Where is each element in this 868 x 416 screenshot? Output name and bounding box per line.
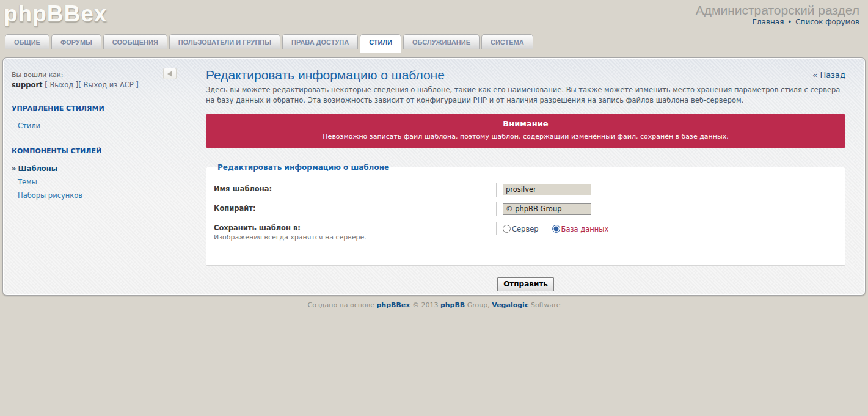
sidebar-item-styles[interactable]: Стили (18, 122, 40, 130)
active-item-marker: » (12, 164, 16, 173)
footer-text: © 2013 (410, 301, 440, 309)
tab-system[interactable]: СИСТЕМА (481, 34, 533, 49)
template-name-label: Имя шаблона: (214, 184, 496, 193)
sidebar-item: »Шаблоны (12, 162, 173, 175)
phpbbex-link[interactable]: phpBBex (377, 301, 410, 309)
form-row-store-template: Сохранить шаблон в: Изображения всегда х… (214, 222, 837, 241)
logout-link[interactable]: [ Выход ] (45, 81, 78, 89)
sidebar-item: Темы (12, 175, 173, 189)
tab-general[interactable]: ОБЩИЕ (5, 34, 49, 49)
acp-page: phpBBex Администраторский раздел Главная… (0, 0, 868, 416)
radio-option-server[interactable]: Сервер (503, 225, 539, 233)
content: « Назад Редактировать информацию о шабло… (180, 58, 865, 295)
template-info-fieldset: Редактировать информацию о шаблоне Имя ш… (206, 163, 845, 266)
warning-box: Внимание Невозможно записать файл шаблон… (206, 114, 845, 148)
sidebar: Вы вошли как: support [ Выход ][ Выход и… (3, 58, 180, 295)
page-heading: Редактировать информацию о шаблоне (206, 68, 845, 82)
tab-styles[interactable]: СТИЛИ (360, 34, 401, 53)
logged-in-as-label: Вы вошли как: (12, 70, 173, 80)
sidebar-inner: Вы вошли как: support [ Выход ][ Выход и… (12, 70, 180, 213)
store-template-label: Сохранить шаблон в: (214, 224, 496, 232)
footer: Создано на основе phpBBex © 2013 phpBB G… (0, 301, 868, 309)
fieldset-legend: Редактировать информацию о шаблоне (215, 163, 392, 172)
collapse-sidebar-button[interactable] (163, 68, 177, 79)
back-link[interactable]: « Назад (812, 70, 845, 79)
logo[interactable]: phpBBex (4, 1, 107, 27)
store-template-hint: Изображения всегда хранятся на сервере. (214, 233, 496, 241)
forum-index-link[interactable]: Список форумов (795, 18, 859, 26)
header: phpBBex Администраторский раздел Главная… (0, 0, 868, 34)
copyright-input[interactable] (503, 203, 591, 215)
sidebar-section-style-management: УПРАВЛЕНИЕ СТИЛЯМИ (12, 104, 173, 115)
sidebar-menu-style-components: »Шаблоны Темы Наборы рисунков (12, 162, 173, 202)
form-row-template-name: Имя шаблона: (214, 183, 837, 197)
sidebar-item-imagesets[interactable]: Наборы рисунков (18, 191, 82, 200)
admin-section-title: Администраторский раздел (696, 4, 859, 17)
sidebar-menu-style-management: Стили (12, 119, 173, 133)
tab-posting[interactable]: СООБЩЕНИЯ (103, 34, 167, 49)
sidebar-item-templates[interactable]: Шаблоны (18, 164, 57, 173)
sidebar-item-themes[interactable]: Темы (18, 178, 37, 186)
page-description: Здесь вы можете редактировать некоторые … (206, 85, 845, 106)
footer-text: Создано на основе (308, 301, 377, 309)
sidebar-item: Стили (12, 119, 173, 133)
copyright-label: Копирайт: (214, 204, 496, 213)
home-link[interactable]: Главная (753, 18, 784, 26)
template-name-input[interactable] (503, 184, 591, 195)
header-links: Главная • Список форумов (696, 18, 859, 26)
database-radio[interactable] (552, 225, 560, 233)
tab-forums[interactable]: ФОРУМЫ (51, 34, 101, 49)
tab-permissions[interactable]: ПРАВА ДОСТУПА (282, 34, 358, 49)
template-edit-form: Редактировать информацию о шаблоне Имя ш… (206, 163, 845, 291)
radio-option-database[interactable]: База данных (552, 225, 609, 233)
tab-bar: ОБЩИЕФОРУМЫСООБЩЕНИЯПОЛЬЗОВАТЕЛИ И ГРУПП… (0, 34, 868, 53)
header-right: Администраторский раздел Главная • Списо… (696, 1, 859, 26)
tab-users-groups[interactable]: ПОЛЬЗОВАТЕЛИ И ГРУППЫ (169, 34, 280, 49)
links-separator: • (787, 18, 792, 26)
main-panel: Вы вошли как: support [ Выход ][ Выход и… (2, 57, 866, 296)
collapse-left-icon (167, 71, 172, 77)
server-radio[interactable] (503, 225, 511, 233)
submit-row: Отправить (206, 277, 845, 291)
sidebar-section-style-components: КОМПОНЕНТЫ СТИЛЕЙ (12, 147, 173, 158)
logout-acp-link[interactable]: [ Выход из ACP ] (78, 81, 139, 89)
footer-text: Group, (465, 301, 492, 309)
submit-button[interactable]: Отправить (497, 277, 554, 291)
phpbb-link[interactable]: phpBB (440, 301, 465, 309)
warning-title: Внимание (213, 119, 838, 128)
warning-message: Невозможно записать файл шаблона, поэтом… (213, 133, 838, 140)
sidebar-item: Наборы рисунков (12, 189, 173, 202)
form-row-copyright: Копирайт: (214, 202, 837, 216)
footer-text: Software (528, 301, 560, 309)
tab-maintenance[interactable]: ОБСЛУЖИВАНИЕ (403, 34, 480, 49)
username: support (12, 81, 43, 89)
user-line: support [ Выход ][ Выход из ACP ] (12, 80, 173, 90)
vegalogic-link[interactable]: Vegalogic (492, 301, 528, 309)
